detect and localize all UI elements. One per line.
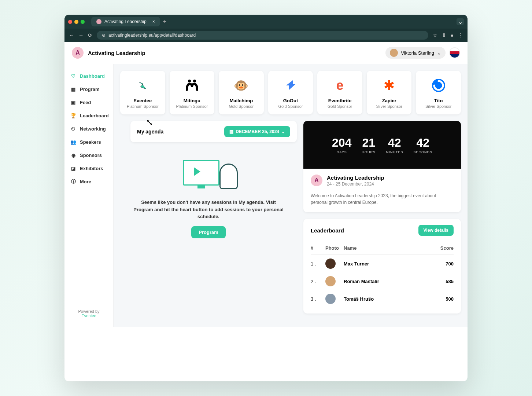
agenda-title: My agenda	[137, 129, 163, 135]
sponsor-logo-mitingu	[173, 77, 212, 94]
sidebar-item-label: Networking	[80, 126, 106, 132]
sidebar-item-feed[interactable]: ▣ Feed	[67, 96, 110, 109]
sponsor-card[interactable]: ✱ Zapier Silver Sponsor	[367, 71, 412, 114]
sponsor-logo-tito	[419, 77, 458, 94]
event-logo: A	[311, 175, 322, 186]
app-title: Activating Leadership	[88, 50, 145, 56]
sponsor-name: Mitingu	[173, 98, 212, 103]
sponsor-tier: Silver Sponsor	[419, 104, 458, 109]
sidebar-item-label: Sponsors	[80, 153, 102, 158]
calendar-icon: ▦	[70, 86, 76, 92]
sponsor-card[interactable]: Eventee Platinum Sponsor	[120, 71, 165, 114]
sidebar-item-dashboard[interactable]: ♡ Dashboard	[67, 69, 110, 82]
event-description: Welcome to Activation Leadership 2023, t…	[303, 192, 461, 212]
sidebar-item-label: Exhibitors	[80, 166, 103, 171]
user-name: Viktoria Sterling	[401, 50, 434, 56]
sponsor-card[interactable]: Tito Silver Sponsor	[416, 71, 461, 114]
sponsor-tier: Silver Sponsor	[370, 104, 409, 109]
sponsor-name: Tito	[419, 98, 458, 103]
sponsor-name: Eventee	[123, 98, 162, 103]
site-info-icon[interactable]: ⊖	[102, 33, 106, 38]
sidebar-item-speakers[interactable]: 👥 Speakers	[67, 135, 110, 148]
leaderboard-title: Leaderboard	[311, 227, 344, 234]
new-tab-button[interactable]: +	[163, 18, 166, 25]
sponsor-tier: Platinum Sponsor	[173, 104, 212, 109]
language-selector[interactable]	[449, 47, 460, 58]
user-avatar	[390, 49, 398, 57]
powered-by-text: Powered by	[71, 309, 107, 314]
col-rank: #	[311, 245, 325, 251]
menu-icon[interactable]: ⋮	[458, 32, 463, 38]
sponsor-tier: Platinum Sponsor	[123, 104, 162, 109]
address-bar[interactable]: ⊖ activatingleadership.eu/app/detail/das…	[97, 31, 428, 40]
sponsor-logo-eventee	[123, 77, 162, 94]
sponsor-logo-goout	[271, 77, 310, 94]
countdown-days: 204	[332, 136, 351, 150]
countdown-banner: 204DAYS 21HOURS 42MINUTES 42SECONDS	[303, 121, 461, 169]
sponsor-tier: Gold Sponsor	[320, 104, 359, 109]
sponsor-card[interactable]: Mitingu Platinum Sponsor	[170, 71, 215, 114]
sponsor-logo-zapier: ✱	[370, 77, 409, 94]
sponsor-card[interactable]: GoOut Gold Sponsor	[268, 71, 313, 114]
tab-title: Activating Leadership	[104, 19, 147, 24]
forward-button[interactable]: →	[78, 32, 84, 38]
window-close[interactable]	[68, 20, 72, 24]
view-details-button[interactable]: View details	[418, 225, 454, 236]
sponsor-tier: Gold Sponsor	[222, 104, 261, 109]
sponsor-name: Eventbrite	[320, 98, 359, 103]
close-tab-icon[interactable]: ×	[152, 19, 155, 24]
sponsor-logo-eventbrite: e	[320, 77, 359, 94]
sponsor-tier: Gold Sponsor	[271, 104, 310, 109]
url-text: activatingleadership.eu/app/detail/dashb…	[108, 33, 196, 38]
sidebar-item-sponsors[interactable]: ◉ Sponsors	[67, 148, 110, 162]
sidebar-item-exhibitors[interactable]: ◪ Exhibitors	[67, 162, 110, 175]
date-picker-button[interactable]: ▦ DECEMBER 25, 2024 ⌄	[224, 126, 290, 137]
sidebar-item-label: Feed	[80, 100, 91, 105]
program-button[interactable]: Program	[191, 226, 225, 238]
speakers-icon: 👥	[70, 139, 76, 145]
empty-state-text: Seems like you don't have any sessions i…	[131, 199, 286, 220]
sidebar-item-program[interactable]: ▦ Program	[67, 82, 110, 96]
user-menu[interactable]: Viktoria Sterling ⌄	[385, 47, 446, 59]
heart-icon: ♡	[70, 73, 76, 79]
sidebar-item-label: Program	[80, 87, 99, 92]
avatar	[325, 294, 336, 304]
tab-favicon	[96, 19, 101, 24]
browser-tab[interactable]: Activating Leadership ×	[91, 17, 160, 26]
exhibitors-icon: ◪	[70, 165, 76, 171]
sponsor-card[interactable]: 🐵 Mailchimp Gold Sponsor	[219, 71, 264, 114]
reload-button[interactable]: ⟳	[88, 32, 92, 38]
trophy-icon: 🏆	[70, 113, 76, 118]
sponsor-card[interactable]: e Eventbrite Gold Sponsor	[317, 71, 362, 114]
sponsor-name: Mailchimp	[222, 98, 261, 103]
bookmark-icon[interactable]: ☆	[433, 32, 437, 38]
col-name: Name	[344, 245, 432, 251]
tabs-dropdown-icon[interactable]: ⌄	[457, 18, 464, 25]
event-date: 24 - 25 December, 2024	[327, 182, 384, 187]
calendar-icon: ▦	[229, 129, 233, 134]
download-icon[interactable]: ⬇	[442, 32, 446, 38]
svg-point-0	[188, 80, 191, 82]
leaderboard-row[interactable]: 3 . Tomáš Hrušo 500	[311, 290, 454, 308]
profile-icon[interactable]: ●	[451, 32, 454, 38]
event-title: Activating Leadership	[327, 175, 384, 181]
window-maximize[interactable]	[81, 20, 85, 24]
empty-state-illustration	[179, 156, 238, 193]
date-label: DECEMBER 25, 2024	[236, 129, 279, 134]
sidebar-item-leaderboard[interactable]: 🏆 Leaderboard	[67, 109, 110, 122]
sidebar-item-label: Speakers	[80, 139, 101, 145]
countdown-minutes: 42	[386, 136, 403, 150]
back-button[interactable]: ←	[69, 32, 74, 38]
countdown-hours: 21	[362, 136, 376, 150]
leaderboard-row[interactable]: 1 . Max Turner 700	[311, 255, 454, 272]
sidebar-item-networking[interactable]: ⚇ Networking	[67, 122, 110, 135]
countdown-seconds: 42	[413, 136, 432, 150]
sponsor-name: GoOut	[271, 98, 310, 103]
sponsor-name: Zapier	[370, 98, 409, 103]
powered-by-link[interactable]: Eventee	[81, 314, 96, 318]
svg-point-1	[193, 80, 196, 82]
sidebar-item-more[interactable]: ⓘ More	[67, 175, 110, 188]
feed-icon: ▣	[70, 99, 76, 105]
leaderboard-row[interactable]: 2 . Roman Mastalir 585	[311, 272, 454, 290]
window-minimize[interactable]	[74, 20, 78, 24]
